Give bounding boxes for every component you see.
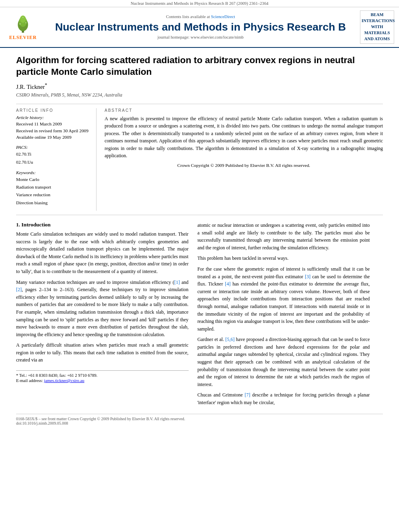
- beam-logo: BEAMINTERACTIONSWITHMATERIALSAND ATOMS: [360, 10, 394, 44]
- svg-point-3: [20, 15, 26, 23]
- received-date: Received 11 March 2009: [16, 121, 90, 127]
- body-section: 1. Introduction Monte Carlo simulation t…: [16, 222, 383, 410]
- ref-1[interactable]: [1]: [174, 279, 180, 285]
- svg-point-4: [19, 23, 21, 25]
- journal-title-block: Contents lists available at ScienceDirec…: [41, 14, 360, 39]
- footnote-email: E-mail address: james.tickner@csiro.au: [16, 378, 189, 383]
- journal-main-title: Nuclear Instruments and Methods in Physi…: [41, 21, 360, 33]
- article-history: Article history: Received 11 March 2009 …: [16, 115, 90, 141]
- journal-masthead: ELSEVIER Contents lists available at Sci…: [0, 7, 399, 48]
- footnote-contact: * Tel.: +61 8 8303 8430; fax: +61 2 9710…: [16, 373, 189, 378]
- abstract-label: Abstract: [105, 108, 383, 113]
- body-left-col: 1. Introduction Monte Carlo simulation t…: [16, 222, 189, 410]
- history-label: Article history:: [16, 115, 90, 120]
- elsevier-logo: ELSEVIER: [5, 14, 41, 41]
- abstract-col: Abstract A new algorithm is presented to…: [105, 108, 383, 211]
- sciencedirect-info: Contents lists available at ScienceDirec…: [41, 14, 360, 19]
- right-para4: Gardner et al. [5,6] have proposed a dir…: [197, 336, 370, 388]
- pacs-item-2: 02.70.Uu: [16, 158, 90, 166]
- section1-para3: A particularly difficult situation arise…: [16, 341, 189, 364]
- ref-4[interactable]: [4]: [225, 281, 230, 287]
- keywords-label: Keywords:: [16, 170, 90, 175]
- right-para2: This problem has been tackled in several…: [197, 255, 370, 262]
- article-info-col: Article Info Article history: Received 1…: [16, 108, 97, 211]
- author-footnote: *: [45, 82, 47, 88]
- beam-logo-title: BEAMINTERACTIONSWITHMATERIALSAND ATOMS: [362, 12, 393, 42]
- sciencedirect-link[interactable]: ScienceDirect: [211, 14, 235, 19]
- keyword-4: Direction biasing: [16, 199, 90, 207]
- article-affiliation: CSIRO Minerals, PMB 5, Menai, NSW 2234, …: [16, 92, 383, 98]
- abstract-text: A new algorithm is presented to improve …: [105, 115, 383, 160]
- section1-title: 1. Introduction: [16, 222, 189, 228]
- journal-top-bar: Nuclear Instruments and Methods in Physi…: [0, 0, 399, 7]
- footnote-area: * Tel.: +61 8 8303 8430; fax: +61 2 9710…: [16, 370, 189, 383]
- author-email-link[interactable]: james.tickner@csiro.au: [44, 378, 84, 383]
- ref-5-6[interactable]: [5,6]: [225, 337, 234, 342]
- right-para3: For the case where the geometric region …: [197, 265, 370, 333]
- pacs-label: PACS:: [16, 145, 90, 150]
- ref-7[interactable]: [7]: [245, 392, 250, 398]
- elsevier-wordmark: ELSEVIER: [9, 35, 37, 41]
- content-area: Algorithm for forcing scattered radiatio…: [0, 48, 399, 433]
- ref-2[interactable]: [2]: [16, 287, 22, 292]
- journal-citation: Nuclear Instruments and Methods in Physi…: [131, 1, 269, 6]
- abstract-copyright: Crown Copyright © 2009 Published by Else…: [105, 163, 383, 168]
- pacs-section: PACS: 02.70.Ti 02.70.Uu: [16, 145, 90, 166]
- body-right-col: atomic or nuclear interaction or undergo…: [197, 222, 370, 410]
- pacs-item-1: 02.70.Ti: [16, 150, 90, 158]
- section1-para2: Many variance reduction techniques are u…: [16, 279, 189, 339]
- article-authors: J.R. Tickner*: [16, 82, 383, 90]
- article-title: Algorithm for forcing scattered radiatio…: [16, 54, 383, 78]
- svg-point-5: [25, 22, 27, 23]
- article-meta-section: Article Info Article history: Received 1…: [16, 104, 383, 215]
- available-date: Available online 19 May 2009: [16, 134, 90, 141]
- keyword-1: Monte Carlo: [16, 176, 90, 183]
- right-para1: atomic or nuclear interaction or undergo…: [197, 222, 370, 251]
- elsevier-tree-icon: [11, 14, 35, 34]
- keyword-3: Variance reduction: [16, 191, 90, 199]
- svg-point-6: [23, 17, 24, 18]
- footer-issn: 0168-583X/$ – see front matter Crown Cop…: [16, 417, 383, 421]
- footer-doi: doi:10.1016/j.nimb.2009.05.008: [16, 421, 383, 425]
- keywords-section: Keywords: Monte Carlo Radiation transpor…: [16, 170, 90, 207]
- section1-para1: Monte Carlo simulation techniques are wi…: [16, 230, 189, 275]
- right-para5: Chucas and Grimstone [7] describe a tech…: [197, 391, 370, 406]
- keyword-2: Radiation transport: [16, 183, 90, 191]
- journal-homepage: journal homepage: www.elsevier.com/locat…: [41, 35, 360, 39]
- footer-bar: 0168-583X/$ – see front matter Crown Cop…: [16, 414, 383, 425]
- article-info-label: Article Info: [16, 108, 90, 113]
- revised-date: Received in revised form 30 April 2009: [16, 127, 90, 134]
- ref-3[interactable]: [3]: [305, 274, 311, 279]
